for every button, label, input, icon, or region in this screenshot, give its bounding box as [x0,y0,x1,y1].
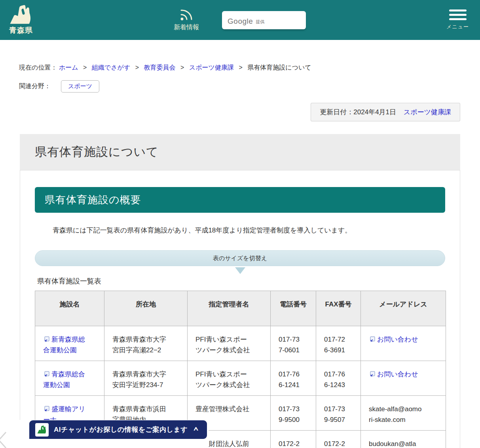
related-fields-label: 関連分野： [19,82,51,91]
title-bar: 県有体育施設について [20,134,460,170]
google-brand: Google [228,17,253,26]
related-fields-row: 関連分野： スポーツ [19,80,460,93]
facility-tel: 017-73 9-9500 [271,396,316,431]
site-header: 青森県 新着情報 Google 提供 メニュー [0,0,480,40]
internal-link-icon [369,336,376,342]
facility-tel: 017-76 6-1241 [271,361,316,396]
facility-address: 青森県青森市大字 宮田字高瀬22−2 [104,326,188,361]
facility-fax: 017-76 6-1243 [316,361,361,396]
col-header-facility: 施設名 [35,291,104,326]
facility-fax: 017-73 9-9507 [316,396,361,431]
breadcrumb-separator: > [135,64,139,71]
menu-button[interactable]: メニュー [446,9,469,30]
breadcrumb-current: 県有体育施設について [247,64,311,71]
hamburger-icon [449,9,467,20]
facility-tel: 017-73 7-0601 [271,326,316,361]
contact-label: お問い合わせ [377,370,418,378]
contact-link[interactable]: お問い合わせ [369,336,418,343]
breadcrumb-prefix: 現在の位置： [19,64,57,71]
rss-icon [178,8,194,22]
update-date: 更新日付：2024年4月1日 [320,108,396,116]
section-heading: 県有体育施設の概要 [35,187,445,213]
table-caption: 県有体育施設一覧表 [37,276,445,286]
news-link[interactable]: 新着情報 [174,8,199,32]
facility-link[interactable]: 新青森県総 合運動公園 [43,336,85,354]
page-title: 県有体育施設について [35,144,445,160]
chat-logo [35,423,49,437]
aomori-symbol-icon [9,5,33,25]
table-size-toggle-button[interactable]: 表のサイズを切替え [35,250,445,266]
ai-chat-banner[interactable]: AIチャットがお探しの情報をご案内します ＾ [29,420,207,439]
edge-scroll-chevron-icon[interactable] [0,431,8,448]
breadcrumb-education-board[interactable]: 教育委員会 [144,64,176,71]
col-header-tel: 電話番号 [271,291,316,326]
logo-label: 青森県 [9,25,33,36]
contact-link[interactable]: お問い合わせ [369,370,418,378]
facility-email: skate-alfa@aomo ri-skate.com [361,396,446,431]
update-info-box: 更新日付：2024年4月1日 スポーツ健康課 [311,103,460,121]
breadcrumb-sports-health[interactable]: スポーツ健康課 [189,64,234,71]
table-row: 青森県総合 運動公園 青森県青森市大字 安田字近野234-7 PFI青い森スポー… [35,361,446,396]
chevron-up-icon[interactable]: ＾ [191,425,201,435]
google-provided-label: 提供 [256,19,264,25]
breadcrumb-home[interactable]: ホーム [59,64,78,71]
facility-manager: PFI青い森スポー ツパーク株式会社 [188,326,271,361]
internal-link-icon [43,371,50,377]
content-card: 県有体育施設の概要 青森県には下記一覧表の県有体育施設があり、平成18年度より指… [20,170,460,448]
chat-banner-label: AIチャットがお探しの情報をご案内します [54,425,188,434]
internal-link-icon [43,336,50,342]
facility-tel: 0172-2 [271,431,316,448]
breadcrumb-org[interactable]: 組織でさがす [92,64,131,71]
facility-fax: 017-72 6-3691 [316,326,361,361]
news-label: 新着情報 [174,23,199,32]
facility-manager: PFI青い森スポー ツパーク株式会社 [188,361,271,396]
toggle-pointer-icon [235,267,245,274]
tag-sports[interactable]: スポーツ [61,80,99,93]
breadcrumb-separator: > [83,64,87,71]
breadcrumb: 現在の位置： ホーム > 組織でさがす > 教育委員会 > スポーツ健康課 > … [19,63,460,72]
contact-label: お問い合わせ [377,336,418,343]
aomori-symbol-icon [37,425,47,434]
facility-email: budoukan@atla [361,431,446,448]
internal-link-icon [369,371,376,377]
breadcrumb-separator: > [180,64,184,71]
facility-fax: 0172-2 [316,431,361,448]
table-size-toggle-label: 表のサイズを切替え [213,255,267,262]
col-header-email: メールアドレス [361,291,446,326]
department-link[interactable]: スポーツ健康課 [404,108,451,116]
facility-address: 青森県青森市大字 安田字近野234-7 [104,361,188,396]
col-header-fax: FAX番号 [316,291,361,326]
col-header-address: 所在地 [104,291,188,326]
overview-paragraph: 青森県には下記一覧表の県有体育施設があり、平成18年度より指定管理者制度を導入し… [53,226,445,235]
table-row: 新青森県総 合運動公園 青森県青森市大字 宮田字高瀬22−2 PFI青い森スポー… [35,326,446,361]
internal-link-icon [43,406,50,412]
site-search-input[interactable]: Google 提供 [222,11,306,29]
prefecture-logo[interactable]: 青森県 [9,5,33,36]
facility-link[interactable]: 青森県総合 運動公園 [43,370,85,389]
breadcrumb-separator: > [239,64,242,71]
col-header-manager: 指定管理者名 [188,291,271,326]
menu-label: メニュー [446,23,469,30]
